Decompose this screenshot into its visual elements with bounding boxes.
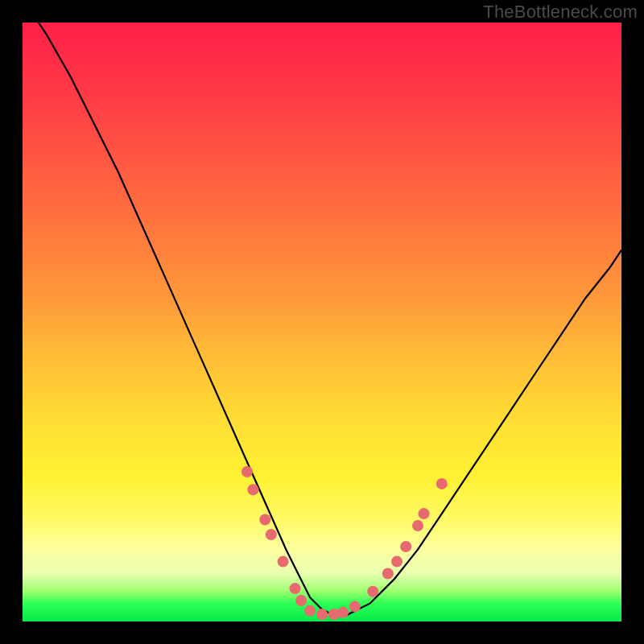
plot-area	[23, 23, 621, 621]
curve-dot	[247, 484, 258, 495]
curve-dot	[259, 514, 270, 526]
bottleneck-curve	[23, 23, 621, 616]
curve-dot	[419, 508, 430, 519]
curve-dot	[278, 556, 289, 568]
curve-dot	[266, 529, 277, 540]
chart-frame: TheBottleneck.com	[0, 0, 644, 644]
curve-dot	[436, 478, 448, 489]
curve-dot	[304, 605, 316, 617]
curve-dot	[367, 586, 378, 597]
curve-dot	[400, 541, 411, 552]
bottleneck-curve-svg	[23, 23, 621, 621]
curve-dot	[242, 466, 253, 477]
curve-dot	[337, 607, 349, 618]
curve-dot	[316, 609, 328, 620]
curve-dot	[295, 595, 307, 606]
curve-dots	[242, 466, 448, 620]
curve-dot	[391, 556, 402, 568]
curve-dot	[412, 520, 423, 531]
curve-dot	[349, 601, 361, 612]
curve-dot	[382, 568, 394, 580]
curve-dot	[290, 583, 301, 594]
watermark-text: TheBottleneck.com	[483, 2, 638, 23]
